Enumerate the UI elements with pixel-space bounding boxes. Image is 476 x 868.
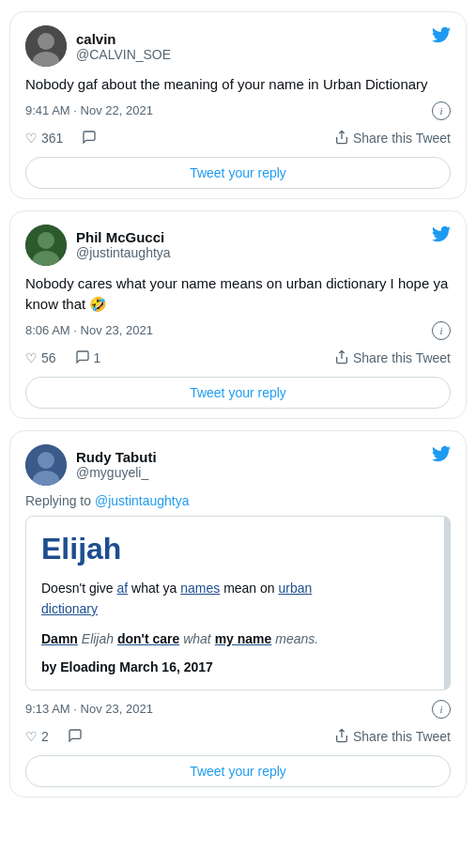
user-name-3[interactable]: Rudy Tabuti (76, 449, 157, 465)
comment-action-1[interactable] (82, 130, 97, 147)
share-action-3[interactable]: Share this Tweet (334, 728, 451, 746)
heart-icon-2: ♡ (25, 350, 38, 365)
reply-box-2[interactable]: Tweet your reply (25, 377, 451, 409)
tweet-card-1: calvin @CALVIN_SOE Nobody gaf about the … (9, 11, 467, 199)
user-handle-3[interactable]: @myguyeli_ (76, 465, 157, 480)
like-count-2: 56 (41, 350, 56, 365)
twitter-bird-icon-3 (432, 444, 451, 468)
comment-icon-1 (82, 130, 97, 147)
tweet-time-3: 9:13 AM · Nov 23, 2021 i (25, 700, 451, 719)
share-action-2[interactable]: Share this Tweet (334, 349, 451, 367)
comment-icon-3 (68, 728, 83, 746)
replying-to-handle-3[interactable]: @justintaughtya (95, 493, 190, 508)
tweet-header-left-1: calvin @CALVIN_SOE (25, 25, 171, 67)
share-label-3: Share this Tweet (353, 729, 451, 744)
ud-link-af[interactable]: af (117, 581, 129, 596)
comment-count-2: 1 (94, 350, 101, 365)
reply-box-1[interactable]: Tweet your reply (25, 157, 451, 189)
tweet-card-2: Phil McGucci @justintaughtya Nobody care… (9, 210, 467, 419)
tweet-time-2: 8:06 AM · Nov 23, 2021 i (25, 321, 451, 340)
tweet-text-2: Nobody cares what your name means on urb… (25, 273, 451, 316)
ud-definition: Doesn't give af what ya names mean on ur… (41, 578, 435, 620)
svg-point-4 (38, 232, 54, 249)
avatar-calvin (25, 25, 67, 67)
avatar-phil (25, 225, 67, 266)
ud-example: Damn Elijah don't care what my name mean… (41, 628, 435, 649)
user-name-2[interactable]: Phil McGucci (76, 229, 171, 245)
twitter-bird-icon-1 (432, 25, 451, 49)
tweet-header-3: Rudy Tabuti @myguyeli_ (25, 444, 451, 486)
like-action-3[interactable]: ♡ 2 (25, 729, 49, 744)
user-handle-2[interactable]: @justintaughtya (76, 245, 171, 260)
ud-link-names[interactable]: names (180, 581, 220, 596)
svg-point-7 (38, 452, 54, 469)
user-info-1: calvin @CALVIN_SOE (76, 31, 171, 62)
tweet-actions-3: ♡ 2 Share this Tweet (25, 728, 451, 746)
ud-link-urban-dictionary[interactable]: urbandictionary (41, 581, 312, 616)
ud-example-link-my-name[interactable]: my name (215, 631, 272, 646)
heart-icon-3: ♡ (25, 729, 38, 744)
avatar-rudy (25, 444, 67, 486)
share-label-2: Share this Tweet (353, 350, 451, 365)
tweet-header-left-2: Phil McGucci @justintaughtya (25, 225, 171, 266)
replying-to-3: Replying to @justintaughtya (25, 493, 451, 508)
comment-action-3[interactable] (68, 728, 83, 746)
share-action-1[interactable]: Share this Tweet (334, 130, 451, 147)
user-info-3: Rudy Tabuti @myguyeli_ (76, 449, 157, 480)
tweet-time-1: 9:41 AM · Nov 22, 2021 i (25, 101, 451, 120)
ud-embed: Elijah Doesn't give af what ya names mea… (25, 516, 451, 690)
twitter-bird-icon-2 (432, 225, 451, 248)
info-icon-1[interactable]: i (432, 101, 451, 120)
ud-title: Elijah (41, 532, 435, 566)
share-icon-1 (334, 130, 349, 147)
ud-author: by Eloading March 16, 2017 (41, 659, 435, 674)
like-action-1[interactable]: ♡ 361 (25, 131, 63, 146)
share-icon-2 (334, 349, 349, 367)
tweet-actions-1: ♡ 361 Share this Tweet (25, 130, 451, 147)
user-name-1[interactable]: calvin (76, 31, 171, 47)
like-count-1: 361 (41, 131, 63, 146)
like-action-2[interactable]: ♡ 56 (25, 350, 56, 365)
user-info-2: Phil McGucci @justintaughtya (76, 229, 171, 260)
tweet-header-1: calvin @CALVIN_SOE (25, 25, 451, 67)
heart-icon-1: ♡ (25, 131, 38, 146)
reply-box-3[interactable]: Tweet your reply (25, 755, 451, 787)
user-handle-1[interactable]: @CALVIN_SOE (76, 47, 171, 62)
tweet-card-3: Rudy Tabuti @myguyeli_ Replying to @just… (9, 430, 467, 798)
tweet-text-1: Nobody gaf about the meaning of your nam… (25, 74, 451, 96)
tweet-header-left-3: Rudy Tabuti @myguyeli_ (25, 444, 157, 486)
tweet-actions-2: ♡ 56 1 Share this Tweet (25, 349, 451, 367)
svg-point-1 (38, 33, 54, 50)
share-icon-3 (334, 728, 349, 746)
comment-icon-2 (75, 349, 90, 367)
ud-example-link-dont-care[interactable]: don't care (117, 631, 179, 646)
share-label-1: Share this Tweet (353, 131, 451, 146)
info-icon-2[interactable]: i (432, 321, 451, 340)
like-count-3: 2 (41, 729, 49, 744)
info-icon-3[interactable]: i (432, 700, 451, 719)
comment-action-2[interactable]: 1 (75, 349, 101, 367)
ud-example-link-damn[interactable]: Damn (41, 631, 78, 646)
tweet-header-2: Phil McGucci @justintaughtya (25, 225, 451, 266)
